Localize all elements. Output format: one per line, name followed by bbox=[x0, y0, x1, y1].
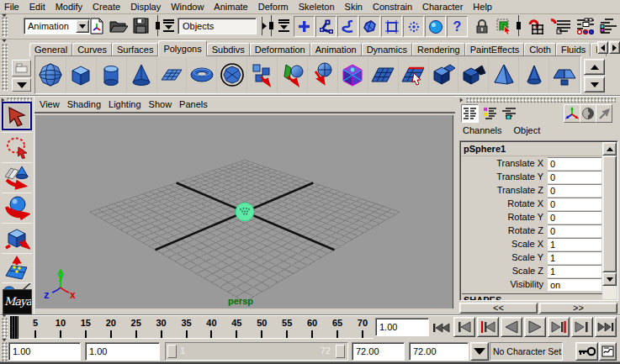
channel-box-menu-item[interactable]: Object bbox=[513, 125, 540, 139]
collapse-shelf-icon[interactable] bbox=[2, 40, 7, 43]
channel-value-field[interactable]: 0 bbox=[548, 171, 601, 183]
select-dynamics-button[interactable] bbox=[403, 16, 424, 37]
range-start-handle[interactable] bbox=[167, 345, 177, 358]
polygon-surface-button[interactable] bbox=[368, 57, 399, 92]
shelf-scroll-up-button[interactable] bbox=[584, 59, 605, 75]
extract-polygon-button[interactable] bbox=[308, 57, 338, 92]
menu-item[interactable]: Skin bbox=[345, 2, 363, 12]
panel-menu-item[interactable]: View bbox=[40, 99, 60, 109]
shelf-tab[interactable]: Curves bbox=[72, 43, 112, 56]
current-frame-marker[interactable] bbox=[10, 316, 19, 339]
highlight-selection-button[interactable] bbox=[495, 17, 513, 35]
menu-item[interactable]: Modify bbox=[56, 2, 82, 12]
show-manipulator-tool-button[interactable] bbox=[2, 253, 32, 282]
select-hierarchy-button[interactable] bbox=[294, 16, 315, 37]
snap-to-grids-button[interactable] bbox=[527, 17, 545, 35]
new-scene-button[interactable] bbox=[89, 17, 103, 34]
channel-value-field[interactable]: 1 bbox=[548, 251, 601, 264]
shelf-tab[interactable]: Deformation bbox=[250, 43, 310, 56]
auto-keyframe-button[interactable] bbox=[575, 342, 598, 361]
panel-menu-item[interactable]: Show bbox=[149, 99, 172, 109]
shelf-tab-selector-button[interactable] bbox=[12, 60, 31, 76]
go-to-playback-start-button[interactable] bbox=[432, 320, 452, 335]
channel-value-field[interactable]: 0 bbox=[548, 184, 601, 197]
shelf-tabs-scroll-left-button[interactable] bbox=[597, 41, 608, 54]
shelf-tab[interactable]: Surfaces bbox=[112, 43, 158, 56]
panel-menu-item[interactable]: Panels bbox=[179, 99, 208, 109]
play-forwards-button[interactable] bbox=[524, 317, 546, 337]
component-mode-menu-button[interactable] bbox=[278, 18, 289, 34]
menu-item[interactable]: Animate bbox=[214, 2, 247, 12]
menu-item[interactable]: File bbox=[4, 2, 19, 12]
channel-value-field[interactable]: 1 bbox=[548, 238, 601, 251]
status-group-separator[interactable] bbox=[156, 15, 160, 36]
menu-item[interactable]: Skeleton bbox=[299, 2, 335, 12]
select-curves-button[interactable] bbox=[315, 16, 336, 37]
subdivide-polygon-button[interactable] bbox=[338, 57, 368, 92]
shelf-tab[interactable]: PaintEffects bbox=[465, 43, 525, 56]
step-forward-key-button[interactable] bbox=[548, 317, 570, 337]
shelf-tab[interactable]: Fluids bbox=[556, 43, 591, 56]
shelf-tab[interactable]: Polygons bbox=[158, 40, 206, 56]
scroll-up-button[interactable] bbox=[602, 142, 617, 156]
separate-polygon-button[interactable] bbox=[278, 57, 308, 92]
manipulator-axes-button[interactable] bbox=[564, 104, 580, 123]
move-tool-button[interactable] bbox=[2, 162, 32, 191]
merge-polygons-button[interactable] bbox=[549, 57, 580, 92]
selection-mask-expand[interactable] bbox=[260, 17, 265, 35]
menu-set-selector[interactable]: Animation bbox=[24, 18, 91, 34]
collapse-time-slider-icon[interactable] bbox=[2, 314, 7, 318]
split-polygon-button[interactable] bbox=[247, 57, 278, 92]
channel-value-field[interactable]: 0 bbox=[548, 157, 601, 170]
bevel-polygon-button[interactable] bbox=[489, 57, 519, 92]
menu-item[interactable]: Create bbox=[93, 2, 120, 12]
panel-menu-item[interactable]: Shading bbox=[67, 99, 101, 109]
channel-value-field[interactable]: 0 bbox=[548, 224, 601, 237]
shelf-tab[interactable]: Animation bbox=[310, 43, 362, 56]
smooth-polygon-button[interactable] bbox=[217, 57, 247, 92]
cut-faces-button[interactable] bbox=[399, 57, 429, 92]
step-back-key-button[interactable] bbox=[477, 317, 499, 337]
menu-item[interactable]: Constrain bbox=[373, 2, 412, 12]
panel-menu-item[interactable]: Lighting bbox=[109, 99, 141, 109]
menu-item[interactable]: Deform bbox=[258, 2, 289, 12]
lasso-select-tool-button[interactable] bbox=[2, 132, 32, 161]
step-back-frame-button[interactable] bbox=[453, 317, 475, 337]
menu-item[interactable]: Display bbox=[130, 2, 161, 12]
lock-selection-button[interactable] bbox=[474, 18, 490, 34]
animation-start-field[interactable]: 1.00 bbox=[8, 342, 81, 361]
smooth-cone-button[interactable] bbox=[519, 57, 549, 92]
channel-object-header[interactable]: pSphere1 bbox=[462, 143, 602, 156]
channel-value-field[interactable]: 0 bbox=[548, 198, 601, 210]
playback-end-field[interactable]: 72.00 bbox=[352, 342, 405, 361]
range-end-handle[interactable] bbox=[336, 345, 345, 358]
status-group-separator[interactable] bbox=[269, 15, 273, 36]
layout-prev-button[interactable]: << bbox=[459, 303, 538, 314]
select-surfaces-button[interactable] bbox=[337, 16, 358, 37]
selection-mask-field[interactable]: Objects bbox=[178, 18, 257, 34]
channel-value-field[interactable]: 0 bbox=[548, 211, 601, 224]
channel-layout-wide-button[interactable] bbox=[500, 104, 517, 123]
open-scene-button[interactable] bbox=[109, 18, 128, 34]
collapse-status-line-icon[interactable] bbox=[2, 14, 7, 18]
polygon-cone-button[interactable] bbox=[127, 57, 157, 92]
shapes-section-header[interactable]: SHAPES bbox=[462, 293, 602, 301]
combine-polygons-button[interactable] bbox=[429, 57, 459, 92]
rotate-tool-button[interactable] bbox=[2, 193, 32, 221]
channel-value-field[interactable]: 1 bbox=[548, 265, 601, 277]
channel-box-grip[interactable] bbox=[466, 98, 616, 103]
scrollbar-thumb[interactable] bbox=[602, 156, 617, 272]
channel-layout-single-button[interactable] bbox=[461, 104, 479, 123]
status-line-grip[interactable] bbox=[2, 17, 8, 37]
character-set-menu-button[interactable] bbox=[470, 342, 489, 361]
select-tool-button[interactable] bbox=[2, 102, 32, 130]
speed-control-button[interactable] bbox=[580, 104, 596, 123]
menu-item[interactable]: Character bbox=[422, 2, 463, 12]
no-manipulator-button[interactable] bbox=[596, 104, 612, 123]
polygon-cylinder-button[interactable] bbox=[97, 57, 127, 92]
status-group-separator[interactable] bbox=[517, 15, 521, 36]
character-set-field[interactable]: No Character Set bbox=[490, 342, 563, 361]
output-connections-button[interactable] bbox=[599, 17, 618, 35]
channel-layout-split-button[interactable] bbox=[481, 104, 499, 123]
scale-tool-button[interactable] bbox=[2, 223, 32, 251]
